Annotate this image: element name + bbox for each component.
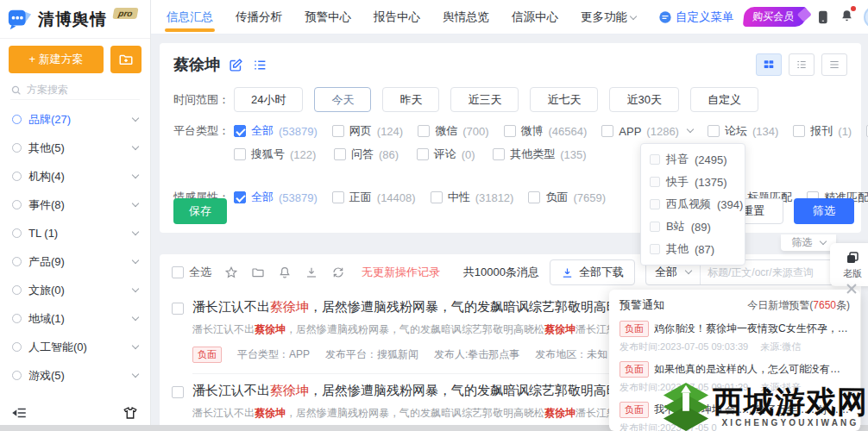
- checkbox-icon[interactable]: [172, 303, 184, 315]
- chevron-down-icon: [132, 142, 139, 149]
- select-all-checkbox[interactable]: 全选: [172, 265, 211, 280]
- filter-collapse-tab[interactable]: 筛选: [781, 234, 836, 251]
- avatar[interactable]: [864, 6, 868, 28]
- platform-comment-checkbox[interactable]: 评论(0): [417, 147, 475, 162]
- chevron-down-icon: [132, 313, 139, 320]
- result-search-input[interactable]: [701, 266, 823, 278]
- tab-spread-analysis[interactable]: 传播分析: [236, 0, 282, 34]
- video-xigua-option[interactable]: 西瓜视频(394): [641, 193, 745, 216]
- view-toggle-compact[interactable]: [821, 53, 847, 76]
- close-icon[interactable]: [846, 283, 858, 295]
- sentiment-badge: 负面: [192, 347, 222, 363]
- mobile-app-icon[interactable]: [815, 9, 830, 26]
- old-version-button[interactable]: 老版: [830, 243, 868, 286]
- tab-info-summary[interactable]: 信息汇总: [167, 0, 213, 34]
- platform-souhu-checkbox[interactable]: 搜狐号(122): [234, 147, 316, 162]
- chevron-down-icon[interactable]: [687, 126, 694, 133]
- sentiment-neutral-checkbox[interactable]: 中性(31812): [431, 190, 514, 205]
- refresh-icon[interactable]: [331, 265, 345, 279]
- sidebar-item-game[interactable]: 游戏(5): [0, 361, 150, 390]
- theme-shirt-icon[interactable]: [123, 405, 138, 421]
- tab-report-center[interactable]: 报告中心: [374, 0, 420, 34]
- sidebar-item-tl[interactable]: TL (1): [0, 219, 150, 247]
- alert-item[interactable]: 负面鸡你胎没！蔡徐坤一夜情致C女生怀孕，不雅视频曝光！ 发布时间:2023-07…: [620, 321, 850, 353]
- custom-menu-button[interactable]: 自定义菜单: [658, 9, 734, 25]
- platform-weibo-checkbox[interactable]: 微博(46564): [504, 123, 588, 139]
- sidebar: 清博舆情 pro + 新建方案 品牌(27) 其他(5) 机构(4) 事件(8)…: [0, 0, 151, 431]
- time-30days-button[interactable]: 近30天: [609, 87, 678, 112]
- view-toggle-list[interactable]: [789, 53, 815, 76]
- folder-icon[interactable]: [251, 265, 265, 279]
- sidebar-item-culture[interactable]: 文旅(0): [0, 276, 150, 304]
- total-count: 共10000条消息: [463, 265, 539, 280]
- tab-alert-center[interactable]: 预警中心: [305, 0, 351, 34]
- star-icon[interactable]: [224, 265, 238, 279]
- time-today-button[interactable]: 今天: [314, 87, 371, 112]
- sentiment-all-checkbox[interactable]: 全部(53879): [234, 190, 318, 205]
- video-bilibili-option[interactable]: B站(89): [641, 216, 745, 238]
- video-douyin-option[interactable]: 抖音(2495): [641, 148, 745, 171]
- tab-source-center[interactable]: 信源中心: [512, 0, 558, 34]
- plan-category-list: 品牌(27) 其他(5) 机构(4) 事件(8) TL (1) 产品(9) 文旅…: [0, 105, 150, 390]
- platform-press-checkbox[interactable]: 报刊(1): [793, 123, 852, 139]
- radio-icon: [12, 257, 22, 266]
- time-7days-button[interactable]: 近七天: [530, 87, 598, 112]
- sidebar-item-brand[interactable]: 品牌(27): [0, 105, 150, 134]
- save-button[interactable]: 保存: [173, 198, 227, 224]
- alert-bell-icon[interactable]: [278, 265, 292, 279]
- chevron-down-icon: [132, 171, 139, 178]
- plan-search-input[interactable]: [27, 84, 122, 96]
- platform-othertype-checkbox[interactable]: 其他类型(135): [493, 147, 586, 162]
- checkbox-icon: [172, 266, 184, 278]
- chevron-down-icon: [132, 256, 139, 263]
- platform-wechat-checkbox[interactable]: 微信(700): [418, 123, 488, 139]
- sidebar-item-ai[interactable]: 人工智能(0): [0, 333, 150, 361]
- time-custom-button[interactable]: 自定义: [690, 87, 758, 112]
- time-3days-button[interactable]: 近三天: [450, 87, 519, 112]
- keyword-list-icon[interactable]: [252, 58, 267, 72]
- logo: 清博舆情 pro: [0, 0, 150, 39]
- buy-vip-badge[interactable]: 购买会员: [742, 7, 806, 27]
- collapse-sidebar-icon[interactable]: [12, 405, 28, 421]
- tab-more-functions[interactable]: 更多功能: [581, 0, 636, 34]
- chevron-down-icon: [132, 370, 139, 377]
- checkbox-icon: [528, 191, 540, 203]
- sidebar-item-other[interactable]: 其他(5): [0, 134, 150, 162]
- sentiment-positive-checkbox[interactable]: 正面(14408): [332, 190, 416, 205]
- sidebar-item-region[interactable]: 地域(1): [0, 304, 150, 333]
- time-24h-button[interactable]: 24小时: [234, 87, 303, 112]
- download-all-button[interactable]: 全部下载: [550, 259, 635, 285]
- filter-apply-button[interactable]: 筛选: [794, 198, 854, 224]
- grid-view-icon: [763, 59, 775, 71]
- sidebar-item-product[interactable]: 产品(9): [0, 247, 150, 276]
- platform-qa-checkbox[interactable]: 问答(86): [334, 147, 399, 162]
- time-yesterday-button[interactable]: 昨天: [382, 87, 439, 112]
- sidebar-item-event[interactable]: 事件(8): [0, 191, 150, 219]
- notifications-bell[interactable]: [840, 8, 854, 27]
- radio-icon: [12, 143, 22, 153]
- sentiment-negative-checkbox[interactable]: 负面(7659): [528, 190, 606, 205]
- view-toggle-card[interactable]: [756, 53, 782, 76]
- tab-overview[interactable]: 舆情总览: [443, 0, 489, 34]
- video-kuaishou-option[interactable]: 快手(1375): [641, 171, 745, 193]
- platform-web-checkbox[interactable]: 网页(124): [332, 123, 403, 139]
- sidebar-item-org[interactable]: 机构(4): [0, 162, 150, 191]
- checkbox-icon: [431, 191, 443, 203]
- download-icon[interactable]: [305, 265, 318, 279]
- radio-icon: [12, 115, 22, 124]
- platform-all-checkbox[interactable]: 全部(53879): [234, 123, 318, 139]
- platform-app-checkbox[interactable]: APP(1286): [601, 125, 693, 138]
- folder-add-button[interactable]: [110, 46, 142, 73]
- new-plan-button[interactable]: + 新建方案: [9, 46, 104, 73]
- checkbox-icon: [650, 244, 660, 254]
- app-logo-icon: [7, 7, 33, 33]
- checkbox-icon[interactable]: [172, 386, 184, 398]
- platform-forum-checkbox[interactable]: 论坛(134): [708, 123, 778, 139]
- edit-icon[interactable]: [229, 58, 243, 72]
- radio-icon: [12, 342, 22, 352]
- video-other-option[interactable]: 其他(87): [641, 238, 745, 260]
- site-watermark: 西城游戏网 XICHENGYOUXIWANG: [661, 381, 868, 431]
- update-log-link[interactable]: 无更新操作记录: [362, 265, 440, 280]
- chevron-down-icon: [132, 341, 139, 348]
- sentiment-badge: 负面: [620, 402, 649, 418]
